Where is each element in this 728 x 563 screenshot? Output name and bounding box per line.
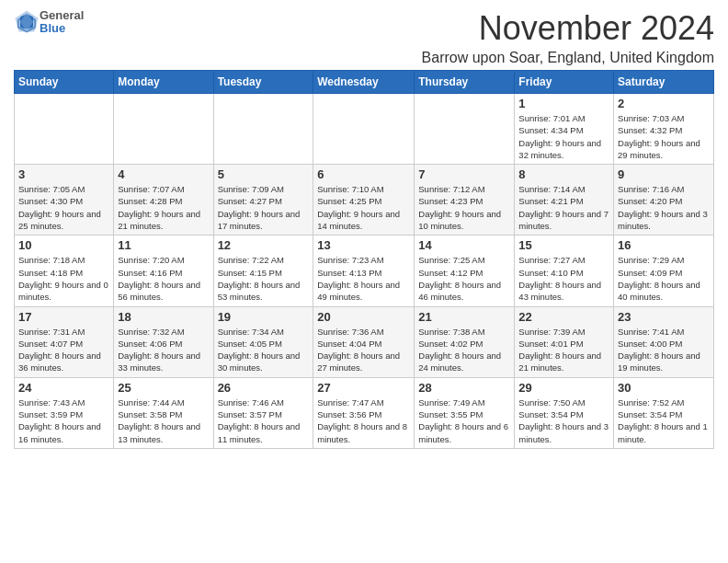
day-info: Sunrise: 7:18 AMSunset: 4:18 PMDaylight:… [18, 254, 109, 303]
day-number: 3 [18, 167, 109, 181]
day-info: Sunrise: 7:23 AMSunset: 4:13 PMDaylight:… [317, 254, 410, 303]
week-row-2: 10Sunrise: 7:18 AMSunset: 4:18 PMDayligh… [15, 236, 714, 306]
logo-icon [14, 9, 40, 35]
calendar-cell: 25Sunrise: 7:44 AMSunset: 3:58 PMDayligh… [114, 377, 213, 448]
day-info: Sunrise: 7:34 AMSunset: 4:05 PMDaylight:… [218, 326, 310, 374]
week-row-1: 3Sunrise: 7:05 AMSunset: 4:30 PMDaylight… [15, 165, 714, 236]
calendar-cell: 12Sunrise: 7:22 AMSunset: 4:15 PMDayligh… [213, 236, 313, 306]
calendar-cell: 17Sunrise: 7:31 AMSunset: 4:07 PMDayligh… [15, 306, 114, 377]
calendar-table: SundayMondayTuesdayWednesdayThursdayFrid… [14, 70, 714, 449]
day-number: 19 [218, 310, 310, 324]
day-info: Sunrise: 7:43 AMSunset: 3:59 PMDaylight:… [18, 396, 109, 445]
calendar-cell [213, 94, 313, 165]
calendar-cell: 6Sunrise: 7:10 AMSunset: 4:25 PMDaylight… [313, 165, 415, 236]
day-info: Sunrise: 7:36 AMSunset: 4:04 PMDaylight:… [317, 326, 410, 374]
day-number: 16 [618, 238, 710, 252]
page-header: General Blue November 2024 Barrow upon S… [14, 9, 714, 66]
day-info: Sunrise: 7:39 AMSunset: 4:01 PMDaylight:… [518, 326, 609, 374]
day-number: 2 [618, 97, 710, 110]
weekday-header-sunday: Sunday [15, 71, 114, 94]
calendar-cell: 11Sunrise: 7:20 AMSunset: 4:16 PMDayligh… [114, 236, 213, 306]
calendar-cell: 27Sunrise: 7:47 AMSunset: 3:56 PMDayligh… [313, 377, 415, 448]
day-info: Sunrise: 7:20 AMSunset: 4:16 PMDaylight:… [118, 254, 209, 303]
day-info: Sunrise: 7:03 AMSunset: 4:32 PMDaylight:… [618, 112, 710, 161]
day-number: 25 [118, 381, 209, 395]
calendar-cell: 1Sunrise: 7:01 AMSunset: 4:34 PMDaylight… [515, 94, 614, 165]
day-number: 14 [418, 238, 510, 252]
day-number: 23 [618, 310, 710, 324]
day-info: Sunrise: 7:32 AMSunset: 4:06 PMDaylight:… [118, 326, 209, 374]
day-info: Sunrise: 7:25 AMSunset: 4:12 PMDaylight:… [418, 254, 510, 303]
day-info: Sunrise: 7:27 AMSunset: 4:10 PMDaylight:… [518, 254, 609, 303]
day-info: Sunrise: 7:44 AMSunset: 3:58 PMDaylight:… [118, 396, 209, 445]
day-info: Sunrise: 7:01 AMSunset: 4:34 PMDaylight:… [518, 112, 609, 161]
day-number: 15 [518, 238, 609, 252]
week-row-3: 17Sunrise: 7:31 AMSunset: 4:07 PMDayligh… [15, 306, 714, 377]
title-area: November 2024 Barrow upon Soar, England,… [422, 9, 714, 66]
day-number: 10 [18, 238, 109, 252]
day-number: 17 [18, 310, 109, 324]
calendar-cell: 9Sunrise: 7:16 AMSunset: 4:20 PMDaylight… [614, 165, 714, 236]
calendar-cell: 20Sunrise: 7:36 AMSunset: 4:04 PMDayligh… [313, 306, 415, 377]
calendar-cell: 7Sunrise: 7:12 AMSunset: 4:23 PMDaylight… [415, 165, 515, 236]
calendar-cell: 23Sunrise: 7:41 AMSunset: 4:00 PMDayligh… [614, 306, 714, 377]
day-number: 11 [118, 238, 209, 252]
day-info: Sunrise: 7:49 AMSunset: 3:55 PMDaylight:… [418, 396, 510, 445]
weekday-header-tuesday: Tuesday [213, 71, 313, 94]
day-info: Sunrise: 7:31 AMSunset: 4:07 PMDaylight:… [18, 326, 109, 374]
day-number: 27 [317, 381, 410, 395]
calendar-cell [15, 94, 114, 165]
day-info: Sunrise: 7:29 AMSunset: 4:09 PMDaylight:… [618, 254, 710, 303]
calendar-cell: 16Sunrise: 7:29 AMSunset: 4:09 PMDayligh… [614, 236, 714, 306]
calendar-cell [313, 94, 415, 165]
day-number: 21 [418, 310, 510, 324]
day-number: 18 [118, 310, 209, 324]
month-title: November 2024 [422, 9, 714, 48]
calendar-cell: 28Sunrise: 7:49 AMSunset: 3:55 PMDayligh… [415, 377, 515, 448]
calendar-cell: 14Sunrise: 7:25 AMSunset: 4:12 PMDayligh… [415, 236, 515, 306]
calendar-cell: 21Sunrise: 7:38 AMSunset: 4:02 PMDayligh… [415, 306, 515, 377]
day-number: 12 [218, 238, 310, 252]
day-number: 20 [317, 310, 410, 324]
location: Barrow upon Soar, England, United Kingdo… [422, 50, 714, 66]
day-number: 6 [317, 167, 410, 181]
day-number: 13 [317, 238, 410, 252]
day-info: Sunrise: 7:41 AMSunset: 4:00 PMDaylight:… [618, 326, 710, 374]
day-number: 8 [518, 167, 609, 181]
day-info: Sunrise: 7:12 AMSunset: 4:23 PMDaylight:… [418, 183, 510, 232]
day-info: Sunrise: 7:09 AMSunset: 4:27 PMDaylight:… [218, 183, 310, 232]
calendar-cell: 19Sunrise: 7:34 AMSunset: 4:05 PMDayligh… [213, 306, 313, 377]
weekday-header-monday: Monday [114, 71, 213, 94]
logo: General Blue [14, 9, 84, 36]
day-number: 28 [418, 381, 510, 395]
day-info: Sunrise: 7:50 AMSunset: 3:54 PMDaylight:… [518, 396, 609, 445]
day-info: Sunrise: 7:05 AMSunset: 4:30 PMDaylight:… [18, 183, 109, 232]
calendar-cell: 2Sunrise: 7:03 AMSunset: 4:32 PMDaylight… [614, 94, 714, 165]
day-info: Sunrise: 7:07 AMSunset: 4:28 PMDaylight:… [118, 183, 209, 232]
calendar-cell [415, 94, 515, 165]
calendar-cell: 29Sunrise: 7:50 AMSunset: 3:54 PMDayligh… [515, 377, 614, 448]
calendar-cell: 3Sunrise: 7:05 AMSunset: 4:30 PMDaylight… [15, 165, 114, 236]
day-number: 9 [618, 167, 710, 181]
day-info: Sunrise: 7:47 AMSunset: 3:56 PMDaylight:… [317, 396, 410, 445]
day-number: 22 [518, 310, 609, 324]
weekday-header-wednesday: Wednesday [313, 71, 415, 94]
day-number: 7 [418, 167, 510, 181]
calendar-cell: 5Sunrise: 7:09 AMSunset: 4:27 PMDaylight… [213, 165, 313, 236]
calendar-cell: 24Sunrise: 7:43 AMSunset: 3:59 PMDayligh… [15, 377, 114, 448]
day-number: 4 [118, 167, 209, 181]
calendar-cell: 13Sunrise: 7:23 AMSunset: 4:13 PMDayligh… [313, 236, 415, 306]
day-number: 1 [518, 97, 609, 110]
calendar-cell: 4Sunrise: 7:07 AMSunset: 4:28 PMDaylight… [114, 165, 213, 236]
logo-text: General Blue [40, 9, 84, 36]
day-number: 5 [218, 167, 310, 181]
day-info: Sunrise: 7:10 AMSunset: 4:25 PMDaylight:… [317, 183, 410, 232]
weekday-header-thursday: Thursday [415, 71, 515, 94]
calendar-page: General Blue November 2024 Barrow upon S… [0, 0, 728, 563]
weekday-header-row: SundayMondayTuesdayWednesdayThursdayFrid… [15, 71, 714, 94]
day-number: 26 [218, 381, 310, 395]
weekday-header-friday: Friday [515, 71, 614, 94]
calendar-cell: 26Sunrise: 7:46 AMSunset: 3:57 PMDayligh… [213, 377, 313, 448]
day-number: 30 [618, 381, 710, 395]
calendar-cell: 8Sunrise: 7:14 AMSunset: 4:21 PMDaylight… [515, 165, 614, 236]
